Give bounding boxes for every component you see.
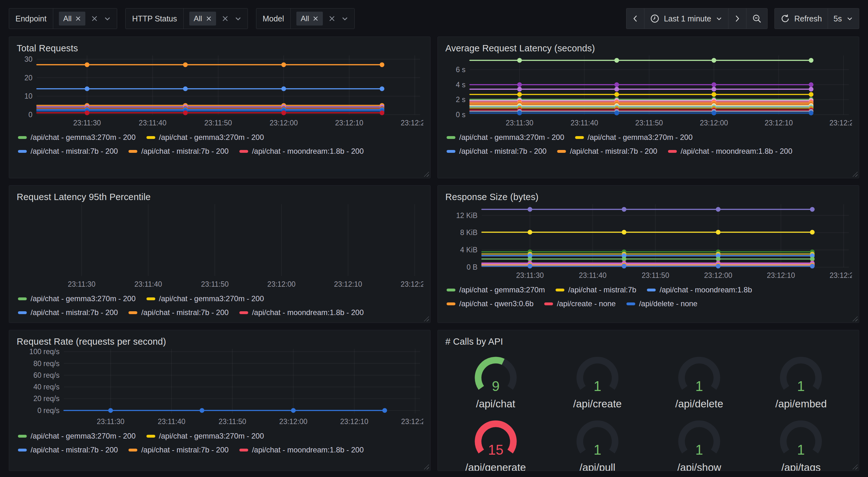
svg-text:23:11:30: 23:11:30	[516, 271, 544, 279]
svg-text:8 KiB: 8 KiB	[460, 229, 477, 237]
response-size-chart[interactable]: 0 B4 KiB8 KiB12 KiB23:11:3023:11:4023:11…	[445, 204, 852, 308]
chevron-down-icon[interactable]	[234, 15, 242, 22]
legend-item[interactable]: /api/chat - moondream:1.8b	[647, 286, 752, 294]
zoom-out-icon	[752, 14, 762, 23]
zoom-out-button[interactable]	[746, 8, 768, 29]
legend-item[interactable]: /api/create - none	[544, 299, 616, 308]
legend-item[interactable]: /api/chat - mistral:7b - 200	[18, 308, 118, 317]
legend-item[interactable]: /api/chat - gemma3:270m - 200	[18, 294, 136, 303]
gauge-api-generate: 15/api/generate	[445, 419, 547, 471]
chevron-down-icon[interactable]	[104, 15, 111, 22]
svg-text:23:12:10: 23:12:10	[334, 280, 362, 288]
legend-item[interactable]: /api/chat - gemma3:270m - 200	[575, 133, 693, 142]
panel-title[interactable]: Request Rate (requests per second)	[17, 336, 423, 347]
filter-http-status-value[interactable]: All	[184, 8, 248, 29]
refresh-group: Refresh 5s	[774, 8, 859, 29]
refresh-icon	[780, 14, 790, 23]
legend-item[interactable]: /api/chat - gemma3:270m - 200	[18, 133, 136, 142]
refresh-interval-button[interactable]: 5s	[828, 8, 859, 29]
legend-item[interactable]: /api/chat - moondream:1.8b - 200	[239, 147, 364, 156]
panel-title[interactable]: Request Latency 95th Percentile	[17, 192, 423, 202]
legend-item[interactable]: /api/chat - gemma3:270m - 200	[147, 294, 264, 303]
remove-value-icon[interactable]	[206, 16, 212, 22]
legend-item[interactable]: /api/chat - gemma3:270m - 200	[446, 133, 564, 142]
remove-value-icon[interactable]	[313, 16, 318, 22]
legend-item[interactable]: /api/chat - qwen3:0.6b	[446, 299, 533, 308]
legend-item[interactable]: /api/chat - mistral:7b - 200	[18, 147, 118, 156]
request_rate-plot[interactable]: 0 req/s20 req/s40 req/s60 req/s80 req/s1…	[16, 349, 423, 426]
clear-filter-icon[interactable]	[91, 15, 98, 22]
legend-label: /api/chat - gemma3:270m - 200	[159, 431, 264, 441]
legend-item[interactable]: /api/chat - gemma3:270m - 200	[18, 431, 136, 441]
svg-text:100 req/s: 100 req/s	[29, 349, 60, 356]
panel-title[interactable]: # Calls by API	[445, 336, 852, 347]
filter-model-chip[interactable]: All	[297, 12, 323, 26]
panel-title[interactable]: Total Requests	[17, 43, 423, 54]
avg-latency-chart[interactable]: 0 s2 s4 s6 s23:11:3023:11:4023:11:5023:1…	[445, 55, 852, 156]
legend-item[interactable]: /api/chat - mistral:7b - 200	[128, 147, 228, 156]
latency_p95-plot[interactable]: 23:11:3023:11:4023:11:5023:12:0023:12:10…	[16, 204, 423, 289]
legend-item[interactable]: /api/chat - gemma3:270m - 200	[147, 133, 264, 142]
gauge-value: 1	[594, 442, 601, 457]
gauge-arc: 1	[564, 356, 631, 398]
legend-item[interactable]: /api/chat - mistral:7b - 200	[18, 446, 118, 454]
filter-endpoint: Endpoint All	[9, 8, 117, 29]
filter-endpoint-chip[interactable]: All	[59, 12, 86, 26]
filter-model-value[interactable]: All	[291, 8, 354, 29]
time-forward-button[interactable]	[728, 8, 746, 29]
legend-item[interactable]: /api/chat - gemma3:270m	[446, 286, 545, 294]
total_requests-plot[interactable]: 010203023:11:3023:11:4023:11:5023:12:002…	[16, 55, 423, 128]
svg-text:23:12:10: 23:12:10	[335, 119, 364, 127]
legend-item[interactable]: /api/chat - moondream:1.8b - 200	[668, 147, 793, 156]
svg-text:23:11:50: 23:11:50	[205, 119, 232, 127]
filter-http-status-label: HTTP Status	[126, 8, 184, 29]
refresh-button[interactable]: Refresh	[774, 8, 828, 29]
gauge-arc: 9	[462, 356, 529, 398]
svg-text:23:11:30: 23:11:30	[73, 119, 101, 127]
legend-label: /api/chat - gemma3:270m - 200	[31, 133, 136, 142]
remove-value-icon[interactable]	[75, 16, 81, 22]
legend-swatch	[647, 289, 656, 292]
legend-item[interactable]: /api/chat - mistral:7b - 200	[446, 147, 547, 156]
svg-text:23:12:00: 23:12:00	[704, 271, 732, 279]
svg-text:0 req/s: 0 req/s	[37, 407, 60, 415]
filter-http-status-chip[interactable]: All	[189, 12, 216, 26]
legend-item[interactable]: /api/chat - moondream:1.8b - 200	[239, 446, 364, 454]
clear-filter-icon[interactable]	[329, 15, 335, 22]
legend-swatch	[18, 311, 27, 314]
svg-text:20 req/s: 20 req/s	[33, 394, 60, 403]
svg-text:23:11:30: 23:11:30	[97, 417, 124, 426]
legend-swatch	[147, 297, 155, 300]
legend-item[interactable]: /api/chat - moondream:1.8b - 200	[239, 308, 364, 317]
total-requests-chart[interactable]: 010203023:11:3023:11:4023:11:5023:12:002…	[16, 55, 423, 156]
legend-item[interactable]: /api/chat - mistral:7b - 200	[128, 308, 228, 317]
time-back-button[interactable]	[626, 8, 644, 29]
filter-model-chip-text: All	[301, 14, 309, 23]
gauge-arc: 15	[462, 419, 529, 461]
legend-swatch	[18, 449, 27, 451]
legend-label: /api/chat - mistral:7b - 200	[141, 446, 228, 454]
latency-p95-chart[interactable]: 23:11:3023:11:4023:11:5023:12:0023:12:10…	[16, 204, 423, 317]
avg_latency-plot[interactable]: 0 s2 s4 s6 s23:11:3023:11:4023:11:5023:1…	[445, 55, 852, 128]
request-rate-chart[interactable]: 0 req/s20 req/s40 req/s60 req/s80 req/s1…	[16, 349, 423, 454]
legend-item[interactable]: /api/chat - mistral:7b - 200	[128, 446, 228, 454]
legend-item[interactable]: /api/chat - mistral:7b	[556, 286, 636, 294]
panel-latency-p95: Request Latency 95th Percentile 23:11:30…	[9, 185, 431, 323]
chevron-down-icon[interactable]	[341, 15, 349, 22]
legend-swatch	[239, 449, 248, 451]
svg-text:23:12:00: 23:12:00	[268, 280, 296, 288]
legend-item[interactable]: /api/chat - mistral:7b - 200	[557, 147, 657, 156]
legend-label: /api/chat - gemma3:270m - 200	[459, 133, 564, 142]
response_size-plot[interactable]: 0 B4 KiB8 KiB12 KiB23:11:3023:11:4023:11…	[445, 204, 852, 280]
legend-label: /api/chat - mistral:7b	[568, 286, 636, 294]
legend-item[interactable]: /api/chat - gemma3:270m - 200	[147, 431, 264, 441]
clear-filter-icon[interactable]	[222, 15, 229, 22]
filter-endpoint-value[interactable]: All	[53, 8, 117, 29]
svg-text:23:12:00: 23:12:00	[700, 119, 728, 127]
panel-title[interactable]: Average Request Latency (seconds)	[445, 43, 852, 54]
svg-text:23:12:10: 23:12:10	[765, 119, 793, 127]
legend-item[interactable]: /api/delete - none	[626, 299, 697, 308]
time-range-button[interactable]: Last 1 minute	[644, 8, 728, 29]
legend-label: /api/chat - mistral:7b - 200	[31, 308, 118, 317]
panel-title[interactable]: Response Size (bytes)	[445, 192, 852, 202]
